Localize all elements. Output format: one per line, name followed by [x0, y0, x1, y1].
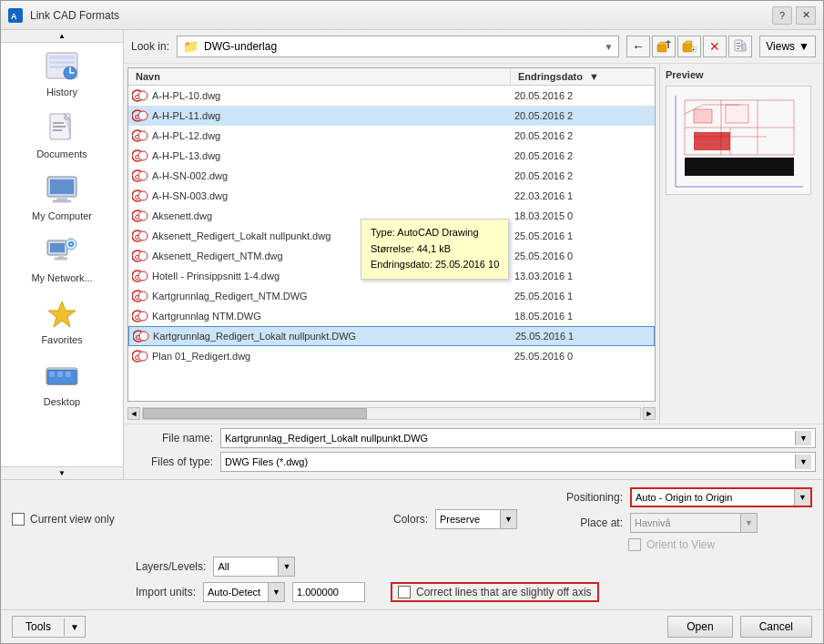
folder-icon: 📁: [183, 39, 198, 54]
look-in-combo[interactable]: 📁 DWG-underlag ▼: [177, 36, 619, 57]
new-folder-button[interactable]: +: [677, 36, 701, 57]
svg-point-78: [139, 332, 148, 341]
import-units-number-input[interactable]: [292, 582, 365, 602]
sidebar-label-favorites: Favorites: [41, 334, 82, 345]
axis-correction-checkbox[interactable]: [398, 586, 411, 598]
file-row-12[interactable]: C Kartgrunnlag_Redigert_Lokalt nullpunkt…: [128, 326, 655, 346]
file-row-3[interactable]: C A-H-PL-13.dwg 20.05.2016 2: [128, 146, 655, 166]
file-row-11[interactable]: C Kartgrunnlag NTM.DWG 18.05.2016 1: [128, 306, 655, 326]
svg-rect-87: [694, 109, 712, 123]
layers-dropdown-arrow: ▼: [278, 557, 294, 576]
h-scroll-thumb[interactable]: [143, 408, 367, 419]
layers-label: Layers/Levels:: [136, 560, 206, 573]
file-cell-name-0: C A-H-PL-10.dwg: [128, 88, 511, 103]
place-at-dropdown-arrow: ▼: [740, 514, 757, 532]
scroll-left-btn[interactable]: ◄: [127, 407, 140, 420]
svg-point-51: [138, 151, 148, 160]
positioning-label: Positioning:: [550, 491, 623, 504]
h-scrollbar[interactable]: ◄ ►: [127, 405, 656, 422]
file-cell-name-5: C A-H-SN-003.dwg: [128, 189, 511, 203]
help-button[interactable]: ?: [772, 6, 792, 25]
delete-button[interactable]: ✕: [703, 36, 727, 57]
svg-point-75: [138, 312, 148, 321]
file-row-0[interactable]: C A-H-PL-10.dwg 20.05.2016 2: [128, 86, 655, 106]
close-button[interactable]: ✕: [796, 6, 816, 25]
tools-button[interactable]: Tools: [13, 617, 64, 637]
back-button[interactable]: ←: [626, 36, 650, 57]
sidebar-item-history[interactable]: History: [1, 43, 123, 105]
file-cell-date-6: 18.03.2015 0: [511, 210, 655, 221]
import-units-dropdown-arrow: ▼: [268, 583, 284, 601]
current-view-checkbox[interactable]: [12, 513, 25, 526]
file-row-7[interactable]: C Aksenett_Redigert_Lokalt nullpunkt.dwg…: [128, 226, 655, 246]
colors-label: Colors:: [393, 513, 428, 526]
sidebar-label-desktop: Desktop: [44, 396, 80, 407]
place-at-combo: Havnivå ▼: [630, 513, 758, 533]
cad-file-icon-4: C: [132, 169, 148, 183]
file-row-9[interactable]: C Hotell - Prinsippsnitt 1-4.dwg 13.03.2…: [128, 266, 655, 286]
sidebar-item-desktop[interactable]: Desktop: [1, 353, 123, 414]
layers-combo[interactable]: All ▼: [213, 557, 295, 577]
toolbar-buttons: ← +: [626, 36, 752, 57]
file-row-4[interactable]: C A-H-SN-002.dwg 20.05.2016 2: [128, 166, 655, 186]
layers-group: Layers/Levels: All ▼: [136, 557, 295, 577]
axis-correction-label: Correct lines that are slightly off axis: [416, 586, 592, 598]
views-button[interactable]: Views ▼: [759, 36, 816, 57]
file-list-container[interactable]: Navn Endringsdato ▼ C A-H-PL-10.dwg: [127, 67, 656, 402]
right-options: Positioning: Auto - Origin to Origin ▼ P…: [550, 487, 812, 551]
sidebar-scroll-down[interactable]: ▼: [58, 469, 66, 477]
filename-value: Kartgrunnlag_Redigert_Lokalt nullpunkt.D…: [225, 433, 795, 444]
import-units-combo[interactable]: Auto-Detect ▼: [203, 582, 285, 602]
file-cell-date-9: 13.03.2016 1: [511, 271, 655, 281]
svg-rect-88: [726, 105, 748, 123]
up-folder-button[interactable]: [652, 36, 676, 57]
favorites-icon: [44, 298, 80, 331]
cad-file-icon-10: C: [132, 289, 148, 303]
positioning-row: Positioning: Auto - Origin to Origin ▼: [550, 487, 812, 507]
file-row-6[interactable]: C Aksenett.dwg 18.03.2015 0: [128, 206, 655, 226]
file-row-8[interactable]: C Aksenett_Redigert_NTM.dwg 25.05.2016 0: [128, 246, 655, 266]
orient-view-label: Orient to View: [646, 538, 715, 551]
open-button[interactable]: Open: [667, 616, 732, 638]
h-scroll-track: [142, 407, 641, 420]
look-in-dropdown-arrow: ▼: [604, 42, 613, 52]
colors-value: Preserve: [436, 514, 500, 525]
colors-combo[interactable]: Preserve ▼: [435, 509, 517, 529]
scroll-right-btn[interactable]: ►: [643, 407, 656, 420]
sidebar-item-documents[interactable]: Documents: [1, 105, 123, 167]
file-row-2[interactable]: C A-H-PL-12.dwg 20.05.2016 2: [128, 126, 655, 146]
sidebar-label-documents: Documents: [36, 148, 87, 159]
file-row-10[interactable]: C Kartgrunnlag_Redigert_NTM.DWG 25.05.20…: [128, 286, 655, 306]
sidebar-item-my-network[interactable]: My Network...: [1, 229, 123, 291]
sidebar-scroll-up[interactable]: ▲: [58, 32, 66, 40]
tools-dropdown-arrow[interactable]: ▼: [64, 618, 85, 636]
cad-file-icon-1: C: [132, 108, 148, 123]
dialog-title: Link CAD Formats: [30, 9, 765, 22]
file-cell-name-13: C Plan 01_Redigert.dwg: [128, 349, 511, 363]
sidebar-label-my-network: My Network...: [31, 272, 92, 283]
col-date-header: Endringsdato ▼: [511, 68, 655, 85]
colors-dropdown-arrow: ▼: [500, 510, 516, 528]
bottom-options: Current view only Colors: Preserve ▼ Pos…: [1, 479, 823, 609]
file-row-1[interactable]: C A-H-PL-11.dwg 20.05.2016 2: [128, 106, 655, 126]
cancel-button[interactable]: Cancel: [740, 616, 812, 638]
file-row-5[interactable]: C A-H-SN-003.dwg 22.03.2016 1: [128, 186, 655, 206]
import-units-label: Import units:: [136, 586, 196, 598]
sidebar-item-favorites[interactable]: Favorites: [1, 291, 123, 353]
window-controls: ? ✕: [772, 6, 816, 25]
filetype-combo[interactable]: DWG Files (*.dwg) ▼: [220, 452, 816, 472]
history-icon: [44, 50, 80, 83]
file-list-area: Navn Endringsdato ▼ C A-H-PL-10.dwg: [124, 64, 823, 424]
properties-button[interactable]: [728, 36, 752, 57]
layers-row: Layers/Levels: All ▼: [12, 557, 812, 577]
file-row-13[interactable]: C Plan 01_Redigert.dwg 25.05.2016 0: [128, 346, 655, 366]
svg-marker-23: [48, 302, 76, 327]
positioning-combo[interactable]: Auto - Origin to Origin ▼: [630, 487, 812, 507]
layers-value: All: [214, 561, 278, 572]
sidebar-item-my-computer[interactable]: My Computer: [1, 167, 123, 229]
svg-rect-19: [55, 258, 67, 260]
svg-rect-27: [57, 372, 63, 377]
file-cell-name-1: C A-H-PL-11.dwg: [128, 108, 511, 123]
svg-rect-28: [66, 372, 71, 377]
filename-combo[interactable]: Kartgrunnlag_Redigert_Lokalt nullpunkt.D…: [220, 428, 816, 448]
